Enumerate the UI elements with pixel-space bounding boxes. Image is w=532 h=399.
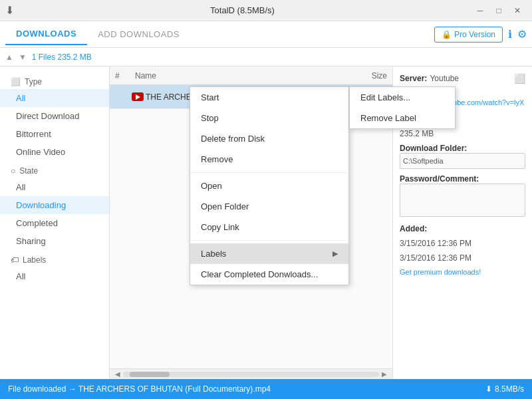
ctx-remove[interactable]: Remove [190,149,348,170]
scroll-thumb[interactable] [130,372,170,377]
ctx-delete-disk[interactable]: Delete from Disk [190,128,348,149]
sidebar-item-bittorrent[interactable]: Bittorrent [0,125,109,143]
premium-link[interactable]: Get premium downloads! [400,268,525,276]
minimize-button[interactable]: ─ [471,1,489,20]
col-name-header: Name [130,71,339,80]
col-size-header: Size [339,71,392,80]
settings-icon[interactable]: ⚙ [517,28,527,41]
ctx-stop[interactable]: Stop [190,108,348,128]
sidebar-state-section: ○ State [0,161,109,178]
sidebar-item-downloading[interactable]: Downloading [0,196,109,214]
export-icon[interactable]: ⬜ [514,73,525,84]
subtoolbar: ▲ ▼ 1 Files 235.2 MB [0,48,532,66]
password-row: Password/Comment: [400,174,525,219]
premium-row: Get premium downloads! [400,268,525,276]
labels-icon: 🏷 [11,255,19,265]
sidebar-type-section: ⬜ Type [0,72,109,89]
state-icon: ○ [11,166,15,176]
app-logo: ⬇ [5,4,14,17]
speed-value: 8.5MB/s [495,384,524,394]
close-button[interactable]: ✕ [508,1,527,20]
folder-input[interactable] [400,153,525,169]
sidebar-item-sharing[interactable]: Sharing [0,232,109,250]
nav-up-arrow[interactable]: ▲ [5,53,13,62]
status-speed: ⬇ 8.5MB/s [485,384,524,394]
row-yt-icon [130,92,146,101]
sidebar-item-all-labels[interactable]: All [0,267,109,285]
ctx-divider-2 [190,240,348,241]
info-icon[interactable]: ℹ [508,28,512,41]
ctx-open[interactable]: Open [190,176,348,196]
sidebar-item-direct-download[interactable]: Direct Download [0,107,109,125]
scroll-track[interactable] [123,372,379,377]
titlebar: ⬇ TotalD (8.5MB/s) ─ □ ✕ [0,0,532,21]
sidebar-item-all-state[interactable]: All [0,178,109,196]
folder-row: Download Folder: [400,144,525,169]
password-textarea[interactable] [400,184,525,217]
toolbar-right: 🔒 Pro Version ℹ ⚙ [434,27,527,43]
toolbar: DOWNLOADS ADD DOWNLOADS 🔒 Pro Version ℹ … [0,21,532,48]
main-area: ⬜ Type All Direct Download Bittorrent On… [0,66,532,379]
status-text: File downloaded → THE ARCHERS OF BHUTAN … [8,384,485,394]
nav-down-arrow[interactable]: ▼ [19,53,27,62]
submenu-remove-label[interactable]: Remove Label [350,108,455,128]
window-controls: ─ □ ✕ [471,1,527,20]
context-menu: Start Stop Delete from Disk Remove Open … [190,86,349,285]
added-row: Added: [400,224,525,233]
scroll-left-arrow[interactable]: ◀ [112,370,123,378]
ctx-open-folder[interactable]: Open Folder [190,196,348,217]
pro-version-button[interactable]: 🔒 Pro Version [434,27,503,43]
sidebar-item-completed[interactable]: Completed [0,214,109,232]
speed-icon: ⬇ [485,384,492,394]
content-area: # Name Size THE ARCHERS OF BHUTAN (Full … [110,66,392,379]
finished-value: 3/15/2016 12:36 PM [400,253,525,263]
tab-add-downloads[interactable]: ADD DOWNLOADS [87,24,190,45]
ctx-labels-arrow: ▶ [332,249,338,258]
submenu: Edit Labels... Remove Label [349,86,456,129]
sidebar-type-label: Type [25,77,42,86]
sidebar-labels-label: Labels [23,255,46,265]
scroll-right-arrow[interactable]: ▶ [379,370,390,378]
sidebar-item-online-video[interactable]: Online Video [0,143,109,161]
downloaded-value: 235.2 MB [400,129,525,138]
file-info: 1 Files 235.2 MB [32,53,92,62]
folder-label: Download Folder: [400,144,525,153]
sidebar: ⬜ Type All Direct Download Bittorrent On… [0,66,110,379]
horizontal-scrollbar[interactable]: ◀ ▶ [110,368,392,379]
finished-value-row: 3/15/2016 12:36 PM [400,253,525,263]
submenu-edit-labels[interactable]: Edit Labels... [350,87,455,108]
window-title: TotalD (8.5MB/s) [14,5,471,15]
type-icon: ⬜ [11,77,21,86]
ctx-clear-completed[interactable]: Clear Completed Donwloads... [190,264,348,285]
tab-downloads[interactable]: DOWNLOADS [5,23,87,45]
col-num-header: # [110,71,130,80]
ctx-divider-1 [190,172,348,173]
server-row: Server: Youtube ⬜ [400,73,525,84]
server-value: Youtube [430,74,514,83]
table-header: # Name Size [110,66,392,85]
pro-icon: 🔒 [442,30,452,39]
added-value-row: 3/15/2016 12:36 PM [400,239,525,248]
ctx-labels[interactable]: Labels ▶ [190,243,348,264]
sidebar-item-all-type[interactable]: All [0,89,109,107]
sidebar-state-label: State [19,166,38,176]
password-label: Password/Comment: [400,174,525,184]
statusbar: File downloaded → THE ARCHERS OF BHUTAN … [0,379,532,399]
added-label: Added: [400,224,525,233]
sidebar-labels-section: 🏷 Labels [0,250,109,267]
maximize-button[interactable]: □ [489,1,508,20]
added-value: 3/15/2016 12:36 PM [400,239,525,248]
pro-label: Pro Version [454,30,495,39]
ctx-copy-link[interactable]: Copy Link [190,217,348,237]
ctx-start[interactable]: Start [190,87,348,108]
server-label: Server: [400,74,427,83]
